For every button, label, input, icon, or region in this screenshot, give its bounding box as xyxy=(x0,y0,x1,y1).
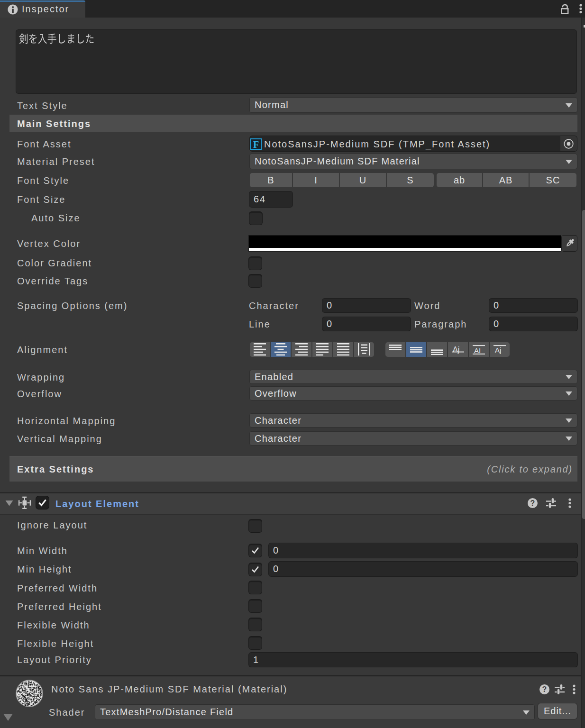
svg-text:Aj: Aj xyxy=(495,346,501,354)
svg-text:?: ? xyxy=(542,685,547,693)
svg-text:?: ? xyxy=(530,499,535,507)
svg-text:AI: AI xyxy=(474,346,481,355)
svg-text:F: F xyxy=(253,139,259,150)
